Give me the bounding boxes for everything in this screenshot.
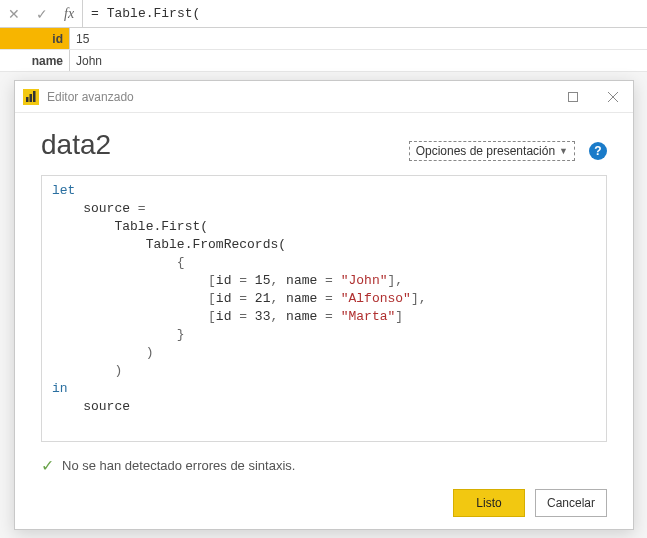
check-icon: ✓ — [41, 456, 54, 475]
dialog-header-row: data2 Opciones de presentación ▼ ? — [41, 129, 607, 161]
row-header[interactable]: name — [0, 50, 70, 71]
fx-label: fx — [56, 6, 82, 22]
cancel-button[interactable]: Cancelar — [535, 489, 607, 517]
formula-actions: ✕ ✓ fx — [0, 0, 83, 27]
table-row[interactable]: id15 — [0, 28, 647, 50]
display-options-dropdown[interactable]: Opciones de presentación ▼ — [409, 141, 575, 161]
row-value: 15 — [70, 28, 647, 49]
code-editor[interactable]: let source = Table.First( Table.FromReco… — [41, 175, 607, 442]
app-icon — [15, 81, 47, 113]
syntax-status: ✓ No se han detectado errores de sintaxi… — [41, 442, 607, 475]
dialog-body: data2 Opciones de presentación ▼ ? let s… — [15, 113, 633, 529]
close-button[interactable] — [593, 81, 633, 113]
formula-bar: ✕ ✓ fx — [0, 0, 647, 28]
record-preview-grid: id15nameJohn — [0, 28, 647, 72]
svg-rect-2 — [30, 94, 33, 102]
formula-input[interactable] — [83, 0, 647, 27]
row-value: John — [70, 50, 647, 71]
dialog-titlebar: Editor avanzado — [15, 81, 633, 113]
dialog-header-right: Opciones de presentación ▼ ? — [409, 141, 607, 161]
window-buttons — [553, 81, 633, 113]
svg-rect-4 — [569, 92, 578, 101]
help-icon[interactable]: ? — [589, 142, 607, 160]
chevron-down-icon: ▼ — [559, 146, 568, 156]
advanced-editor-dialog: Editor avanzado data2 Opciones de presen… — [14, 80, 634, 530]
svg-rect-3 — [33, 91, 36, 102]
maximize-button[interactable] — [553, 81, 593, 113]
cancel-formula-button[interactable]: ✕ — [0, 0, 28, 27]
svg-rect-1 — [26, 97, 29, 102]
done-button[interactable]: Listo — [453, 489, 525, 517]
dialog-title: Editor avanzado — [47, 90, 553, 104]
commit-formula-button[interactable]: ✓ — [28, 0, 56, 27]
display-options-label: Opciones de presentación — [416, 144, 555, 158]
row-header[interactable]: id — [0, 28, 70, 49]
table-row[interactable]: nameJohn — [0, 50, 647, 72]
syntax-status-text: No se han detectado errores de sintaxis. — [62, 458, 295, 473]
dialog-buttons: Listo Cancelar — [41, 475, 607, 517]
query-name: data2 — [41, 129, 111, 161]
